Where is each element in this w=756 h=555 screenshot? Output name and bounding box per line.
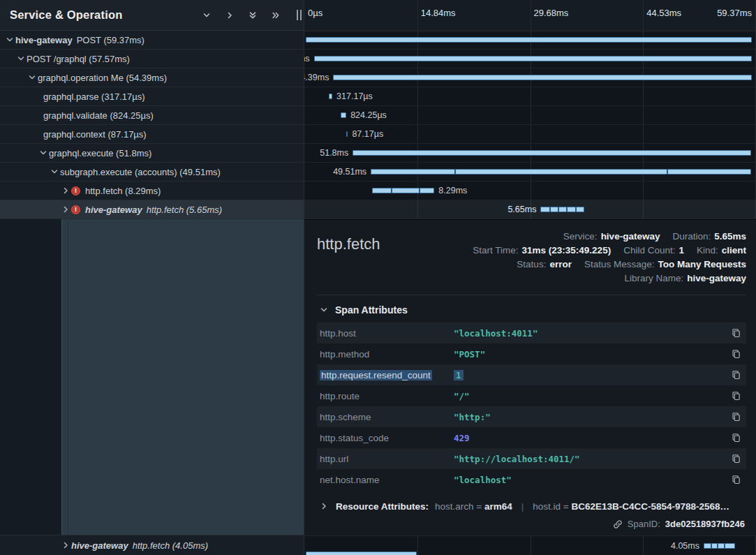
metadata-key: Library Name: (624, 273, 683, 283)
timeline-row[interactable]: 49.51ms (304, 163, 756, 182)
timeline-bottom-row: 4.05ms (304, 535, 756, 555)
span-bar[interactable] (314, 56, 753, 61)
span-label: http.fetch (4.05ms) (133, 540, 208, 551)
copy-icon[interactable] (727, 370, 741, 380)
tree-row[interactable]: hive-gatewayhttp.fetch (4.05ms) (0, 535, 304, 555)
timeline-row[interactable]: 8.29ms (304, 182, 756, 200)
chevron-down-icon[interactable] (201, 10, 212, 21)
copy-icon[interactable] (727, 433, 741, 443)
span-name: http.fetch (317, 235, 380, 253)
metadata-value: 1 (679, 245, 684, 256)
chevron-down-icon[interactable] (38, 147, 49, 158)
attribute-row[interactable]: http.method"POST" (317, 343, 746, 364)
span-detail-panel: http.fetch Service:hive-gatewayDuration:… (304, 219, 756, 535)
tree-row[interactable]: !hive-gatewayhttp.fetch (5.65ms) (0, 200, 304, 219)
child-span-tick (717, 543, 718, 549)
child-span-tick (575, 207, 577, 212)
resource-attributes-row[interactable]: Resource Attributes:host.arch = arm64|ho… (317, 490, 746, 512)
chevron-down-icon[interactable] (4, 34, 15, 45)
ruler-tick: 59.37ms (717, 8, 752, 18)
span-label: graphql.execute (51.8ms) (49, 148, 151, 158)
span-id-row: SpanID: 3de02518937fb246 (613, 519, 745, 529)
metadata-key: Status: (517, 259, 546, 269)
child-span-tick (711, 543, 712, 549)
span-bar[interactable] (540, 207, 584, 212)
chevron-right-icon[interactable] (224, 10, 235, 21)
attribute-row[interactable]: http.scheme"http:" (317, 406, 746, 427)
ruler-tick: 14.84ms (421, 8, 456, 18)
copy-icon[interactable] (727, 391, 741, 401)
tree-row[interactable]: graphql.operation Me (54.39ms) (0, 68, 304, 87)
service-name: hive-gateway (71, 540, 128, 551)
span-bar[interactable] (353, 150, 751, 156)
span-label: graphql.parse (317.17µs) (43, 91, 145, 102)
attribute-row[interactable]: http.request.resend_count1 (317, 364, 746, 385)
metadata-line: Library Name:hive-gateway (624, 273, 746, 283)
child-span-tick (391, 188, 392, 193)
tree-row[interactable]: !http.fetch (8.29ms) (0, 182, 304, 200)
timeline-row[interactable]: 317.17µs (304, 87, 756, 106)
chevron-right-icon[interactable] (60, 540, 71, 551)
copy-icon[interactable] (727, 454, 741, 464)
span-bar[interactable] (329, 94, 332, 99)
double-chevron-right-icon[interactable] (270, 10, 281, 21)
chevron-down-icon[interactable] (15, 53, 27, 64)
tree-row[interactable]: hive-gatewayPOST (59.37ms) (0, 31, 304, 50)
timeline-row[interactable]: 5.65ms (304, 200, 756, 219)
duration-label: 49.51ms (333, 167, 366, 177)
copy-icon[interactable] (727, 412, 741, 422)
span-bar[interactable] (372, 188, 434, 193)
timeline-row[interactable]: 87.17µs (304, 125, 756, 144)
tree-controls (201, 10, 297, 21)
chevron-down-icon[interactable] (49, 166, 60, 177)
chevron-down-icon[interactable] (27, 72, 38, 83)
copy-icon[interactable] (727, 349, 741, 359)
chevron-right-icon[interactable] (60, 185, 71, 196)
double-chevron-down-icon[interactable] (247, 10, 258, 21)
span-bar[interactable] (333, 75, 751, 80)
tree-row[interactable]: subgraph.execute (accounts) (49.51ms) (0, 163, 304, 182)
tree-row[interactable]: graphql.context (87.17µs) (0, 125, 304, 144)
attribute-row[interactable]: http.status_code429 (317, 427, 746, 448)
panel-resize-handle[interactable] (297, 10, 302, 20)
tree-row[interactable]: graphql.validate (824.25µs) (0, 106, 304, 125)
span-bar[interactable] (306, 552, 417, 555)
span-bar[interactable] (704, 543, 735, 549)
span-bar[interactable] (371, 169, 751, 175)
attribute-row[interactable]: http.url"http://localhost:4011/" (317, 448, 746, 469)
span-bar[interactable] (346, 131, 348, 137)
child-span-tick (566, 207, 568, 212)
chevron-right-icon[interactable] (60, 204, 71, 215)
attribute-row[interactable]: http.host"localhost:4011" (317, 323, 746, 343)
span-bar[interactable] (306, 37, 752, 43)
metadata-key: Child Count: (623, 245, 675, 256)
tree-row[interactable]: POST /graphql (57.57ms) (0, 50, 304, 68)
timeline-row[interactable]: 54.39ms (304, 68, 756, 87)
metadata-line: Status:errorStatus Message:Too Many Requ… (517, 259, 746, 269)
metadata-key: Status Message: (584, 259, 655, 269)
span-bar[interactable] (341, 112, 346, 118)
metadata-value: error (549, 259, 572, 269)
span-detail-header: http.fetch Service:hive-gatewayDuration:… (317, 228, 746, 283)
span-attributes-toggle[interactable]: Span Attributes (317, 295, 746, 323)
attribute-row[interactable]: net.host.name"localhost" (317, 469, 746, 490)
copy-icon[interactable] (727, 328, 741, 338)
timeline-row[interactable]: 824.25µs (304, 106, 756, 125)
attribute-value: 429 (454, 433, 727, 443)
metadata-value: client (722, 245, 746, 256)
timeline-row[interactable]: 51.8ms (304, 144, 756, 163)
span-label: POST /graphql (57.57ms) (27, 54, 130, 64)
duration-label: 4.05ms (671, 541, 699, 551)
span-id-value: 3de02518937fb246 (665, 519, 745, 529)
link-icon[interactable] (613, 519, 623, 529)
tree-row[interactable]: graphql.execute (51.8ms) (0, 144, 304, 163)
attribute-row[interactable]: http.route"/" (317, 385, 746, 406)
tree-row[interactable]: graphql.parse (317.17µs) (0, 87, 304, 106)
attribute-key: http.request.resend_count (320, 370, 454, 380)
metadata-key: Service: (563, 231, 598, 242)
duration-label: 8.29ms (438, 186, 467, 195)
timeline-row[interactable] (304, 31, 756, 50)
copy-icon[interactable] (727, 475, 741, 484)
attribute-key: net.host.name (320, 475, 454, 485)
timeline-row[interactable]: 57.57ms (304, 50, 756, 68)
